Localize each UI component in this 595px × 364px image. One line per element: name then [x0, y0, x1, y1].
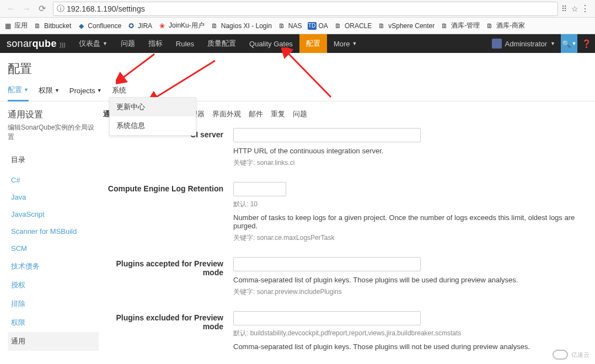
field-label: Plugins accepted for Preview mode — [103, 257, 223, 297]
dropdown-update-center[interactable]: 更新中心 — [110, 98, 196, 116]
field-log-retention: Compute Engine Log Retention 默认: 10 Numb… — [103, 182, 587, 243]
settings-tab[interactable]: 邮件 — [249, 109, 263, 119]
field-desc: Comma-separated list of plugin keys. Tho… — [233, 276, 587, 284]
bookmark-item[interactable]: ❀JoinKu-用户 — [158, 21, 205, 30]
settings-panel: 通用对比视图数据库清理器界面外观邮件重复问题 CI server HTTP UR… — [99, 109, 587, 364]
bookmark-item[interactable]: 🗎Nagios XI - Login — [210, 22, 272, 30]
nav-measures[interactable]: 指标 — [142, 34, 169, 53]
chevron-down-icon: ▼ — [572, 41, 577, 46]
category-item[interactable]: 授权 — [8, 276, 99, 295]
bookmark-item[interactable]: ◆Confluence — [77, 22, 121, 30]
chevron-down-icon: ▼ — [55, 88, 60, 93]
page-icon: TD — [308, 22, 317, 30]
plugins-exclude-input[interactable] — [233, 311, 421, 325]
search-icon: 🔍 — [562, 40, 571, 48]
field-key: 关键字: sonar.links.ci — [233, 158, 587, 168]
bookmark-item[interactable]: 🗎ORACLE — [334, 22, 372, 30]
field-plugins-include: Plugins accepted for Preview mode Comma-… — [103, 257, 587, 297]
translate-icon[interactable]: ⠿ — [561, 4, 567, 13]
page-icon: 🗎 — [377, 22, 386, 30]
field-label: Plugins excluded for Preview mode — [103, 311, 223, 351]
category-item[interactable]: 权限 — [8, 313, 99, 332]
log-retention-input[interactable] — [233, 182, 286, 196]
chevron-down-icon: ▼ — [352, 41, 357, 46]
bookmarks-bar: ▦应用 🗎Bitbucket ◆Confluence ✪JIRA ❀JoinKu… — [0, 18, 595, 34]
page-icon: 🗎 — [210, 22, 219, 30]
page-icon: 🗎 — [485, 22, 494, 30]
settings-tab[interactable]: 问题 — [293, 109, 307, 119]
forward-button[interactable]: → — [19, 2, 34, 16]
section-desc: 编辑SonarQube实例的全局设置 — [8, 123, 99, 142]
category-item[interactable]: 通用 — [8, 332, 99, 351]
subnav-security[interactable]: 权限▼ — [39, 85, 60, 101]
field-desc: Comma-separated list of plugin keys. Tho… — [233, 342, 587, 351]
chevron-down-icon: ▼ — [103, 41, 108, 46]
category-item[interactable]: SCM — [8, 240, 99, 257]
cloud-icon — [553, 350, 568, 360]
browser-menu-icon[interactable]: ⋮ — [578, 3, 592, 14]
nav-dashboard[interactable]: 仪表盘▼ — [72, 34, 114, 53]
category-item[interactable]: Java — [8, 189, 99, 206]
help-icon: ❓ — [582, 39, 591, 48]
page-title: 配置 — [0, 53, 595, 81]
info-icon: ⓘ — [57, 4, 65, 14]
bookmark-item[interactable]: 🗎酒库-商家 — [485, 21, 525, 30]
section-title: 通用设置 — [8, 109, 99, 121]
nav-profiles[interactable]: 质量配置 — [201, 34, 243, 53]
bookmark-item[interactable]: 🗎NAS — [277, 22, 302, 30]
page-icon: ✪ — [127, 22, 136, 30]
sonarqube-logo[interactable]: sonarqube ))) — [0, 38, 72, 50]
bookmark-item[interactable]: ✪JIRA — [127, 22, 152, 30]
field-default: 默认: 10 — [233, 200, 587, 209]
field-desc: HTTP URL of the continuous integration s… — [233, 147, 587, 155]
system-dropdown: 更新中心 系统信息 — [109, 97, 196, 136]
page-icon: ❀ — [158, 22, 167, 30]
page-icon: ◆ — [77, 22, 85, 30]
dropdown-system-info[interactable]: 系统信息 — [110, 116, 196, 135]
content: 通用设置 编辑SonarQube实例的全局设置 目录 C#JavaJavaScr… — [0, 101, 595, 364]
category-item[interactable]: 排除 — [8, 295, 99, 313]
help-button[interactable]: ❓ — [577, 39, 595, 48]
nav-rules[interactable]: Rules — [169, 34, 201, 53]
plugins-include-input[interactable] — [233, 257, 421, 271]
subnav-projects[interactable]: Projects▼ — [69, 85, 102, 101]
nav-issues[interactable]: 问题 — [114, 34, 142, 53]
browser-toolbar: ← → ⟳ ⓘ 192.168.1.190/settings ⠿ ☆ ⋮ — [0, 0, 595, 18]
nav-admin[interactable]: 配置 — [299, 34, 327, 53]
field-key: 关键字: sonar.ce.maxLogsPerTask — [233, 233, 587, 243]
user-menu[interactable]: Administrator ▼ — [486, 39, 561, 49]
reload-button[interactable]: ⟳ — [34, 2, 50, 16]
settings-tab[interactable]: 界面外观 — [212, 109, 241, 119]
nav-more[interactable]: More▼ — [327, 34, 364, 53]
search-button[interactable]: 🔍▼ — [561, 34, 577, 53]
url-text: 192.168.1.190/settings — [67, 4, 145, 13]
category-item[interactable]: Scanner for MSBuild — [8, 223, 99, 240]
apps-icon: ▦ — [3, 22, 12, 30]
back-button[interactable]: ← — [3, 2, 19, 16]
app-navbar: sonarqube ))) 仪表盘▼ 问题 指标 Rules 质量配置 Qual… — [0, 34, 595, 53]
subnav-settings[interactable]: 配置▼ — [8, 85, 29, 101]
settings-tab[interactable]: 重复 — [271, 109, 285, 119]
chevron-down-icon: ▼ — [24, 87, 29, 93]
bookmark-item[interactable]: 🗎vSphere Center — [377, 22, 435, 30]
field-label: Compute Engine Log Retention — [103, 182, 223, 243]
category-item[interactable]: JavaScript — [8, 206, 99, 223]
page-icon: 🗎 — [33, 22, 42, 30]
bookmark-item[interactable]: TDOA — [308, 22, 328, 30]
star-icon[interactable]: ☆ — [571, 4, 578, 13]
field-key: 关键字: sonar.preview.includePlugins — [233, 287, 587, 297]
avatar — [492, 39, 502, 49]
chevron-down-icon: ▼ — [97, 88, 102, 93]
bookmark-item[interactable]: 🗎酒库-管理 — [440, 21, 480, 30]
apps-button[interactable]: ▦应用 — [3, 21, 28, 30]
address-bar[interactable]: ⓘ 192.168.1.190/settings — [53, 2, 558, 16]
field-desc: Number of tasks to keep logs for a given… — [233, 213, 587, 230]
category-item[interactable]: C# — [8, 172, 99, 189]
nav-quality-gates[interactable]: Quality Gates — [243, 34, 299, 53]
category-item[interactable]: 技术债务 — [8, 257, 99, 276]
ci-server-input[interactable] — [233, 128, 421, 142]
category-list: C#JavaJavaScriptScanner for MSBuildSCM技术… — [8, 172, 99, 351]
sidebar: 通用设置 编辑SonarQube实例的全局设置 目录 C#JavaJavaScr… — [8, 109, 99, 364]
field-plugins-exclude: Plugins excluded for Preview mode 默认: bu… — [103, 311, 587, 351]
bookmark-item[interactable]: 🗎Bitbucket — [33, 22, 71, 30]
